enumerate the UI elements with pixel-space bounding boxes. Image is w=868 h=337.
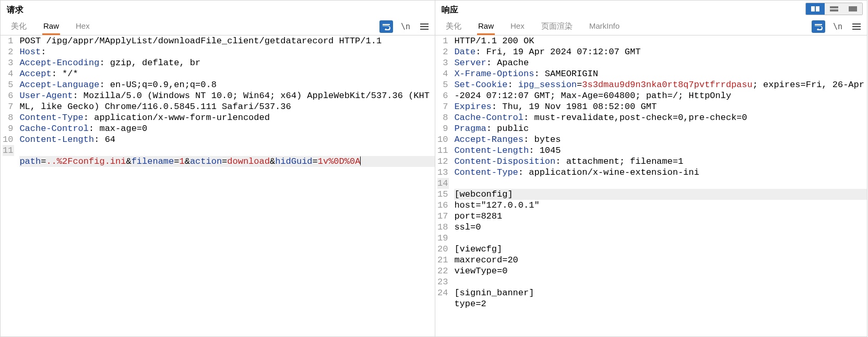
code-line[interactable] (454, 233, 867, 244)
line-number: 9 (437, 123, 449, 134)
tab-hex[interactable]: Hex (509, 18, 526, 35)
svg-rect-5 (830, 6, 838, 8)
tab-markinfo[interactable]: MarkInfo (588, 18, 621, 35)
code-line[interactable]: Content-Length: 64 (19, 134, 435, 145)
line-number: 17 (437, 211, 449, 222)
request-title: 请求 (1, 1, 435, 18)
line-number: 5 (3, 79, 14, 90)
view-toggle-columns[interactable] (806, 3, 825, 15)
code-line[interactable]: X-Frame-Options: SAMEORIGIN (454, 68, 867, 79)
line-number: 21 (437, 255, 449, 266)
view-toggle (805, 3, 863, 15)
code-line[interactable]: Cache-Control: max-age=0 (19, 123, 435, 134)
code-line[interactable]: [webconfig] (454, 189, 867, 200)
svg-rect-3 (811, 6, 815, 11)
code-line[interactable]: Set-Cookie: ipg_session=3s3dmau9d9n3nka0… (454, 79, 867, 101)
response-code-area[interactable]: 123456789101112131415161718192021222324 … (435, 35, 867, 336)
svg-rect-7 (849, 6, 857, 11)
code-line[interactable]: [signin_banner] (454, 287, 867, 298)
code-line[interactable]: Cache-Control: must-revalidate,post-chec… (454, 112, 867, 123)
newline-icon[interactable]: \n (831, 20, 844, 33)
line-number: 10 (3, 134, 14, 145)
code-line[interactable]: port=8281 (454, 211, 867, 222)
request-code-area[interactable]: 1234567891011 POST /ipg/appr/MApplyList/… (1, 35, 435, 336)
request-tabs: 美化RawHex (5, 18, 91, 35)
svg-rect-1 (420, 26, 429, 27)
response-toolbar: \n (812, 20, 863, 33)
request-lines[interactable]: POST /ipg/appr/MApplyList/downloadFile_c… (17, 35, 435, 336)
line-number: 1 (437, 35, 449, 46)
line-number: 3 (437, 57, 449, 68)
code-line[interactable]: Host: (19, 46, 435, 57)
svg-rect-8 (852, 23, 861, 25)
request-gutter: 1234567891011 (1, 35, 17, 336)
code-line[interactable]: User-Agent: Mozilla/5.0 (Windows NT 10.0… (19, 90, 435, 112)
code-line[interactable]: [viewcfg] (454, 244, 867, 255)
line-number: 2 (437, 46, 449, 57)
code-line[interactable]: Content-Disposition: attachment; filenam… (454, 156, 867, 167)
svg-rect-6 (830, 9, 838, 11)
code-line[interactable]: path=..%2Fconfig.ini&filename=1&action=d… (19, 156, 435, 167)
line-number: 1 (3, 35, 14, 46)
line-number: 13 (437, 167, 449, 178)
tab-页面渲染[interactable]: 页面渲染 (540, 18, 574, 35)
tab-raw[interactable]: Raw (477, 18, 495, 35)
code-line[interactable]: Accept: */* (19, 68, 435, 79)
wrap-icon[interactable] (379, 20, 393, 33)
code-line[interactable]: Content-Type: application/x-www-form-url… (19, 112, 435, 123)
svg-rect-0 (420, 23, 429, 25)
code-line[interactable]: Accept-Ranges: bytes (454, 134, 867, 145)
code-line[interactable] (454, 276, 867, 287)
code-line[interactable]: host="127.0.0.1" (454, 200, 867, 211)
tab-美化[interactable]: 美化 (10, 18, 28, 35)
line-number: 20 (437, 244, 449, 255)
tab-美化[interactable]: 美化 (445, 18, 462, 35)
line-number: 19 (437, 233, 449, 244)
line-number: 23 (437, 276, 449, 287)
line-number: 8 (437, 112, 449, 123)
response-panel: 响应 美化RawHex页面渲染MarkInfo \n 1234567891011… (435, 0, 867, 337)
code-line[interactable]: Pragma: public (454, 123, 867, 134)
code-line[interactable]: Content-Type: application/x-wine-extensi… (454, 167, 867, 178)
line-number: 12 (437, 156, 449, 167)
code-line[interactable]: Date: Fri, 19 Apr 2024 07:12:07 GMT (454, 46, 867, 57)
response-gutter: 123456789101112131415161718192021222324 (435, 35, 452, 336)
code-line[interactable]: HTTP/1.1 200 OK (454, 35, 867, 46)
line-number: 8 (3, 112, 14, 123)
code-line[interactable]: type=2 (454, 298, 867, 309)
code-line[interactable]: ssl=0 (454, 222, 867, 233)
code-line[interactable]: POST /ipg/appr/MApplyList/downloadFile_c… (19, 35, 435, 46)
code-line[interactable]: Accept-Encoding: gzip, deflate, br (19, 57, 435, 68)
line-number: 6 (3, 90, 14, 101)
request-toolbar: \n (379, 20, 431, 33)
svg-rect-10 (852, 29, 861, 30)
line-number: 16 (437, 200, 449, 211)
code-line[interactable]: Accept-Language: en-US;q=0.9,en;q=0.8 (19, 79, 435, 90)
code-line[interactable] (19, 145, 435, 156)
line-number: 22 (437, 266, 449, 276)
response-tabs: 美化RawHex页面渲染MarkInfo (439, 18, 621, 35)
response-title: 响应 (435, 1, 867, 18)
code-line[interactable] (454, 178, 867, 189)
response-lines[interactable]: HTTP/1.1 200 OKDate: Fri, 19 Apr 2024 07… (452, 35, 867, 336)
code-line[interactable]: Content-Length: 1045 (454, 145, 867, 156)
text-cursor (360, 157, 361, 165)
newline-icon[interactable]: \n (399, 20, 412, 33)
code-line[interactable]: Server: Apache (454, 57, 867, 68)
code-line[interactable]: Expires: Thu, 19 Nov 1981 08:52:00 GMT (454, 101, 867, 112)
menu-icon[interactable] (850, 20, 863, 33)
tab-hex[interactable]: Hex (75, 18, 91, 35)
line-number: 11 (3, 145, 14, 156)
menu-icon[interactable] (418, 20, 431, 33)
line-number: 2 (3, 46, 14, 57)
view-toggle-rows[interactable] (825, 3, 843, 15)
line-number: 5 (437, 79, 449, 90)
code-line[interactable]: viewType=0 (454, 266, 867, 276)
svg-rect-9 (852, 26, 861, 27)
view-toggle-single[interactable] (843, 3, 862, 15)
response-tabs-row: 美化RawHex页面渲染MarkInfo \n (435, 18, 867, 35)
code-line[interactable]: maxrecord=20 (454, 255, 867, 266)
wrap-icon[interactable] (812, 20, 825, 33)
line-number: 6 (437, 90, 449, 101)
tab-raw[interactable]: Raw (42, 18, 60, 35)
